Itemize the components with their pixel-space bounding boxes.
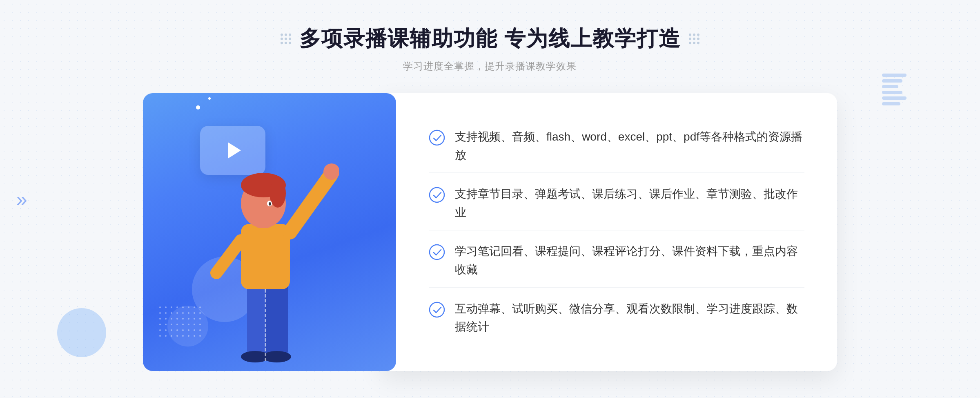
feature-item-3: 学习笔记回看、课程提问、课程评论打分、课件资料下载，重点内容收藏 — [429, 234, 804, 288]
svg-point-10 — [270, 179, 286, 208]
right-decorator — [689, 34, 699, 44]
svg-line-5 — [290, 175, 331, 232]
illustration-card — [143, 93, 396, 371]
svg-point-18 — [430, 302, 444, 317]
svg-point-16 — [430, 188, 444, 202]
feature-text-1: 支持视频、音频、flash、word、excel、ppt、pdf等各种格式的资源… — [455, 128, 804, 165]
svg-point-17 — [430, 245, 444, 259]
page-title: 多项录播课辅助功能 专为线上教学打造 — [299, 25, 681, 53]
svg-rect-4 — [241, 224, 290, 289]
svg-rect-1 — [265, 281, 288, 355]
feature-text-4: 互动弹幕、试听购买、微信分享、观看次数限制、学习进度跟踪、数据统计 — [455, 300, 804, 337]
check-icon-3 — [429, 244, 445, 260]
blue-circle-bottom — [57, 308, 106, 357]
feature-item-2: 支持章节目录、弹题考试、课后练习、课后作业、章节测验、批改作业 — [429, 177, 804, 230]
check-icon-1 — [429, 130, 445, 146]
svg-line-6 — [216, 240, 241, 273]
person-illustration — [184, 134, 339, 371]
svg-point-12 — [269, 202, 271, 206]
stripes-decoration — [882, 74, 906, 108]
svg-point-3 — [263, 351, 291, 362]
check-icon-2 — [429, 187, 445, 203]
feature-text-3: 学习笔记回看、课程提问、课程评论打分、课件资料下载，重点内容收藏 — [455, 242, 804, 279]
feature-text-2: 支持章节目录、弹题考试、课后练习、课后作业、章节测验、批改作业 — [455, 185, 804, 222]
left-decorator — [281, 34, 291, 44]
page-subtitle: 学习进度全掌握，提升录播课教学效果 — [281, 60, 699, 73]
header-section: 多项录播课辅助功能 专为线上教学打造 学习进度全掌握，提升录播课教学效果 — [281, 25, 699, 73]
content-panel: 支持视频、音频、flash、word、excel、ppt、pdf等各种格式的资源… — [380, 93, 837, 371]
left-dots-grid — [281, 34, 291, 44]
svg-point-15 — [430, 130, 444, 145]
check-icon-4 — [429, 302, 445, 318]
feature-item-1: 支持视频、音频、flash、word、excel、ppt、pdf等各种格式的资源… — [429, 120, 804, 173]
feature-item-4: 互动弹幕、试听购买、微信分享、观看次数限制、学习进度跟踪、数据统计 — [429, 292, 804, 345]
main-content: 支持视频、音频、flash、word、excel、ppt、pdf等各种格式的资源… — [143, 93, 837, 371]
right-dots-grid — [689, 34, 699, 44]
left-chevrons-decoration: » — [16, 188, 27, 210]
title-row: 多项录播课辅助功能 专为线上教学打造 — [281, 25, 699, 53]
page-container: 多项录播课辅助功能 专为线上教学打造 学习进度全掌握，提升录播课教学效果 — [0, 0, 980, 398]
